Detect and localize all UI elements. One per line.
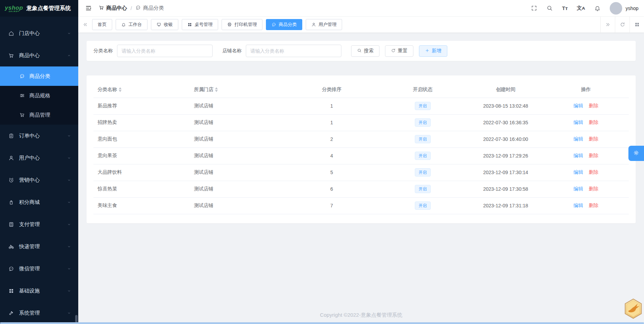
- cell-category-name: 招牌热卖: [93, 114, 190, 131]
- search-button[interactable]: 搜索: [351, 45, 379, 57]
- cell-category-name: 大品牌饮料: [93, 164, 190, 181]
- cell-status: 开启: [377, 131, 468, 147]
- grid-icon: [634, 22, 640, 27]
- sidebar-item-express-manage[interactable]: 快递管理: [0, 235, 78, 258]
- bird-widget-button[interactable]: [624, 298, 643, 320]
- sidebar-item-order-center[interactable]: 订单中心: [0, 125, 78, 147]
- sidebar-item-payment-manage[interactable]: 支付管理: [0, 213, 78, 235]
- bell-icon[interactable]: [594, 5, 601, 11]
- edit-link[interactable]: 编辑: [573, 153, 583, 158]
- table-row: 大品牌饮料测试店铺5开启2023-12-09 17:30:14编辑删除: [93, 164, 629, 181]
- fullscreen-icon[interactable]: [531, 5, 537, 11]
- sort-carets-icon[interactable]: [215, 87, 218, 92]
- cell-category-name: 意向果茶: [93, 147, 190, 164]
- tab-workbench[interactable]: 工作台: [116, 19, 147, 30]
- chevron-down-icon: [67, 267, 71, 271]
- edit-link[interactable]: 编辑: [573, 202, 583, 208]
- cell-actions: 编辑删除: [543, 131, 629, 147]
- tab-cashier[interactable]: 收银: [151, 19, 178, 30]
- search-icon[interactable]: [546, 5, 553, 11]
- table-row: 惊喜热菜测试店铺6开启2023-12-09 17:30:58编辑删除: [93, 181, 629, 197]
- category-name-input[interactable]: [117, 45, 213, 57]
- cell-sort: 7: [286, 197, 377, 214]
- tab-label: 打印机管理: [234, 21, 257, 28]
- breadcrumb-section[interactable]: 商品中心: [99, 5, 127, 11]
- sidebar-scrollbar[interactable]: [75, 315, 78, 323]
- settings-panel-button[interactable]: [628, 146, 644, 161]
- table-row: 意向果茶测试店铺4开启2023-12-09 17:29:26编辑删除: [93, 147, 629, 164]
- cell-category-name: 意向面包: [93, 131, 190, 147]
- tabs-scroll-left-icon[interactable]: [78, 22, 92, 27]
- chevron-down-icon: [67, 178, 71, 182]
- sidebar-item-product-center[interactable]: 商品中心: [0, 44, 78, 66]
- sidebar-item-infrastructure[interactable]: 基础设施: [0, 280, 78, 302]
- home-icon: [8, 30, 14, 36]
- tab-controls: [600, 17, 644, 33]
- menu-fold-icon[interactable]: [85, 5, 92, 11]
- cell-sort: 1: [286, 114, 377, 131]
- tabs-scroll-right-icon[interactable]: [600, 17, 615, 33]
- sidebar-item-wechat-manage[interactable]: 微信管理: [0, 258, 78, 280]
- tabs: 首页工作台收银桌号管理打印机管理商品分类用户管理: [92, 19, 600, 30]
- gear-icon: [633, 150, 639, 156]
- delete-link[interactable]: 删除: [589, 103, 598, 108]
- app-logo[interactable]: yshop-意象点餐系统- 意象点餐管理系统: [0, 0, 78, 17]
- breadcrumb-page[interactable]: 商品分类: [135, 5, 164, 11]
- sidebar-item-user-center[interactable]: 用户中心: [0, 147, 78, 169]
- status-badge: 开启: [415, 185, 431, 193]
- horizontal-scrollbar-thumb[interactable]: [0, 322, 644, 324]
- column-header[interactable]: 所属门店: [190, 82, 286, 98]
- sidebar-item-label: 订单中心: [19, 133, 62, 139]
- edit-link[interactable]: 编辑: [573, 136, 583, 142]
- sidebar-subitem-product-spec[interactable]: 商品规格: [0, 86, 78, 105]
- layout-grid-icon[interactable]: [629, 17, 644, 33]
- sidebar-subitem-product-manage[interactable]: 商品管理: [0, 105, 78, 125]
- monitor-icon: [156, 22, 161, 27]
- tab-product-category[interactable]: 商品分类: [266, 19, 302, 30]
- search-panel: 分类名称 店铺名称 搜索 重置 新增: [87, 41, 636, 61]
- translate-icon[interactable]: 文ᴀ: [577, 5, 585, 11]
- bicycle-icon: [8, 244, 14, 250]
- tab-user-manage[interactable]: 用户管理: [306, 19, 342, 30]
- edit-link[interactable]: 编辑: [573, 169, 583, 175]
- column-header[interactable]: 分类名称: [93, 82, 190, 98]
- sidebar-item-label: 支付管理: [19, 221, 62, 228]
- sidebar-item-marketing-center[interactable]: 营销中心: [0, 169, 78, 191]
- tabbar: 首页工作台收银桌号管理打印机管理商品分类用户管理: [78, 17, 644, 33]
- breadcrumb: 商品中心 / 商品分类: [99, 5, 164, 11]
- user-menu[interactable]: yshop: [610, 2, 638, 15]
- cell-created: 2023-12-09 17:31:18: [468, 197, 543, 214]
- store-name-input[interactable]: [246, 45, 341, 57]
- refresh-icon[interactable]: [615, 17, 629, 33]
- sidebar-subitem-product-category[interactable]: 商品分类: [0, 66, 78, 86]
- cell-status: 开启: [377, 181, 468, 197]
- edit-link[interactable]: 编辑: [573, 186, 583, 191]
- tab-printer-manage[interactable]: 打印机管理: [222, 19, 262, 30]
- refresh-icon: [391, 48, 396, 54]
- status-badge: 开启: [415, 135, 431, 143]
- tab-table-manage[interactable]: 桌号管理: [182, 19, 218, 30]
- delete-link[interactable]: 删除: [589, 186, 598, 191]
- delete-link[interactable]: 删除: [589, 169, 598, 175]
- edit-link[interactable]: 编辑: [573, 103, 583, 108]
- alarm-icon: [8, 177, 14, 183]
- reset-button[interactable]: 重置: [385, 45, 413, 57]
- tag-icon: [8, 199, 14, 205]
- edit-link[interactable]: 编辑: [573, 119, 583, 125]
- sidebar-item-system-manage[interactable]: 系统管理: [0, 302, 78, 324]
- horizontal-scrollbar[interactable]: [0, 322, 644, 324]
- sort-carets-icon[interactable]: [119, 87, 122, 92]
- delete-link[interactable]: 删除: [589, 119, 598, 125]
- font-size-icon[interactable]: Tᴛ: [562, 5, 568, 11]
- sidebar-item-points-mall[interactable]: 积分商城: [0, 191, 78, 213]
- delete-link[interactable]: 删除: [589, 202, 598, 208]
- delete-link[interactable]: 删除: [589, 136, 598, 142]
- tab-home[interactable]: 首页: [92, 19, 112, 30]
- cell-created: 2022-07-30 16:40:00: [468, 131, 543, 147]
- sidebar-item-store-center[interactable]: 门店中心: [0, 22, 78, 44]
- add-button[interactable]: 新增: [419, 45, 447, 57]
- delete-link[interactable]: 删除: [589, 153, 598, 158]
- chat-icon: [8, 266, 14, 272]
- cell-actions: 编辑删除: [543, 181, 629, 197]
- chevrons-right-icon: [605, 22, 611, 27]
